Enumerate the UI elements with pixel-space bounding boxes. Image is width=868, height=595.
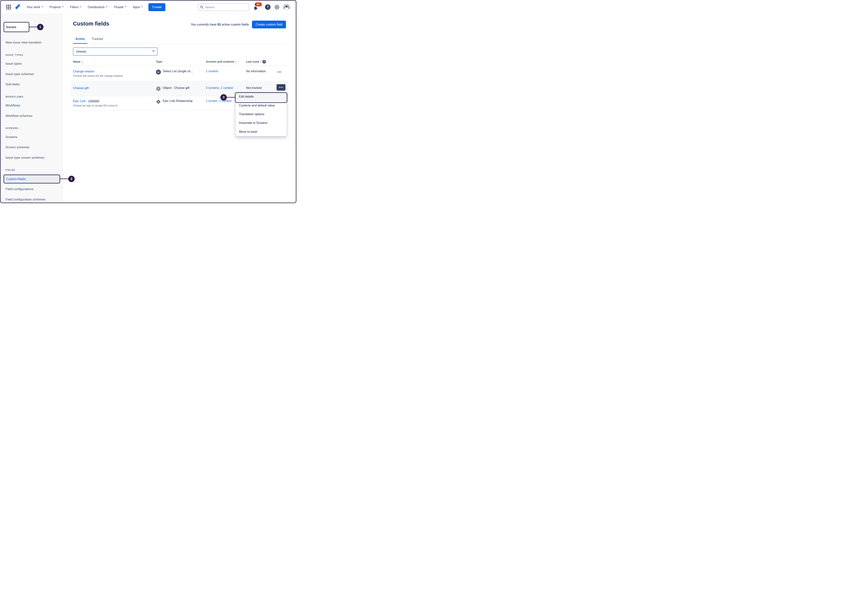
sidebar-heading-fields: FIELDS xyxy=(6,169,15,172)
screens-contexts-link[interactable]: 2 screens, 1 context xyxy=(206,86,233,90)
last-used-value: Not tracked xyxy=(246,86,261,90)
sort-icon xyxy=(260,61,261,63)
sidebar-item-issue-type-schemes[interactable]: Issue type schemes xyxy=(6,72,34,77)
sidebar-item-custom-fields-label: Custom fields xyxy=(6,177,25,181)
user-avatar[interactable] xyxy=(283,4,290,10)
field-filter-input[interactable] xyxy=(73,47,158,56)
nav-projects[interactable]: Projects xyxy=(50,5,64,9)
last-used-value: No information xyxy=(246,70,266,73)
field-description: Choose the reason for the change request xyxy=(73,74,123,77)
chevron-down-icon xyxy=(80,5,82,7)
screens-contexts-link[interactable]: 1 screen, 1 context xyxy=(206,99,231,103)
field-actions-context-menu: Edit details Contexts and default value … xyxy=(236,92,286,136)
chevron-down-icon xyxy=(125,5,127,7)
settings-button[interactable] xyxy=(274,4,280,10)
main-content: Custom fields You currently have 51 acti… xyxy=(63,14,296,203)
settings-sidebar: Issues New issue view transition ISSUE T… xyxy=(1,14,63,203)
last-used-help-icon[interactable]: ? xyxy=(262,60,266,64)
create-custom-field-button[interactable]: Create custom field xyxy=(252,21,286,28)
sidebar-item-screens[interactable]: Screens xyxy=(6,135,17,139)
chevron-down-icon xyxy=(62,5,64,7)
column-header-type: Type xyxy=(156,60,206,66)
chevron-down-icon xyxy=(41,5,43,7)
column-header-screens-contexts[interactable]: Screens and contexts xyxy=(206,60,246,66)
field-name-link[interactable]: Choose gift xyxy=(73,86,89,90)
active-fields-count: You currently have 51 active custom fiel… xyxy=(191,23,249,26)
sidebar-item-sub-tasks[interactable]: Sub-tasks xyxy=(6,82,20,87)
nav-your-work[interactable]: Your work xyxy=(27,5,43,9)
primary-nav: Your work Projects Filters Dashboards Pe… xyxy=(27,5,143,9)
field-type: Epic Link Relationship xyxy=(163,99,192,103)
app-switcher-icon[interactable] xyxy=(6,5,11,9)
nav-dashboards[interactable]: Dashboards xyxy=(88,5,107,9)
sidebar-item-issue-type-screen-schemes[interactable]: Issue type screen schemes xyxy=(6,155,44,160)
menu-item-move-to-trash[interactable]: Move to trash xyxy=(236,127,286,136)
field-name-link[interactable]: Change reason xyxy=(73,70,94,73)
tab-trashed[interactable]: Trashed xyxy=(89,37,105,44)
sidebar-item-custom-fields[interactable]: Custom fields xyxy=(4,175,60,184)
sidebar-item-issue-types[interactable]: Issue types xyxy=(6,61,22,66)
menu-item-contexts-default-value[interactable]: Contexts and default value xyxy=(236,101,286,110)
search-input[interactable] xyxy=(198,3,249,11)
field-name-link[interactable]: Epic Link xyxy=(73,99,86,103)
more-actions-icon[interactable] xyxy=(276,71,282,73)
field-type: Select List (single ch... xyxy=(163,70,193,73)
select-list-icon xyxy=(156,70,161,74)
notification-count-badge: 9+ xyxy=(255,3,262,6)
create-button[interactable]: Create xyxy=(148,3,165,11)
page-title: Custom fields xyxy=(73,21,109,27)
global-search xyxy=(198,3,249,11)
nav-apps[interactable]: Apps xyxy=(133,5,143,9)
jira-logo-icon[interactable] xyxy=(15,4,21,10)
tab-active[interactable]: Active xyxy=(73,37,87,44)
sort-icon xyxy=(235,61,237,63)
sidebar-item-screen-schemes[interactable]: Screen schemes xyxy=(6,145,30,150)
locked-badge: LOCKED xyxy=(87,99,100,103)
chevron-down-icon xyxy=(141,5,143,7)
nav-filters[interactable]: Filters xyxy=(70,5,81,9)
column-header-last-used[interactable]: Last used ? xyxy=(246,60,276,66)
tabs: Active Trashed xyxy=(73,37,286,44)
screens-contexts-link[interactable]: 1 context xyxy=(206,70,218,73)
sidebar-item-new-issue-view-transition[interactable]: New issue view transition xyxy=(6,40,41,45)
sidebar-item-workflow-schemes[interactable]: Workflow schemes xyxy=(6,114,32,118)
notifications-button[interactable]: 9+ xyxy=(253,3,261,12)
clear-search-icon[interactable]: ✕ xyxy=(152,49,155,53)
sidebar-heading-screens: SCREENS xyxy=(6,127,18,130)
top-navigation: Your work Projects Filters Dashboards Pe… xyxy=(1,1,296,14)
menu-item-translation-options[interactable]: Translation options xyxy=(236,110,286,118)
field-filter: ✕ xyxy=(73,47,158,56)
sidebar-title-label: Issues xyxy=(6,25,16,29)
field-description: Choose an epic to assign this issue to. xyxy=(73,104,118,107)
sidebar-title-issues[interactable]: Issues xyxy=(4,22,29,32)
chevron-down-icon xyxy=(106,5,108,7)
sidebar-item-field-configuration-schemes[interactable]: Field configuration schemes xyxy=(6,197,46,202)
object-icon xyxy=(156,86,161,91)
menu-item-associate-to-screens[interactable]: Associate to Screens xyxy=(236,118,286,127)
epic-link-icon xyxy=(156,99,161,104)
nav-people[interactable]: People xyxy=(114,5,126,9)
sidebar-item-field-configurations[interactable]: Field configurations xyxy=(6,186,33,192)
help-button[interactable]: ? xyxy=(265,4,270,10)
column-header-name[interactable]: Name xyxy=(73,60,156,66)
menu-item-edit-details[interactable]: Edit details xyxy=(236,92,286,101)
table-row: Change reason Choose the reason for the … xyxy=(73,66,286,81)
search-icon xyxy=(200,5,204,9)
sidebar-item-workflows[interactable]: Workflows xyxy=(6,103,20,108)
bell-icon xyxy=(253,6,258,11)
sidebar-heading-issue-types: ISSUE TYPES xyxy=(6,53,23,56)
sidebar-heading-workflows: WORKFLOWS xyxy=(6,95,24,98)
app-window: Your work Projects Filters Dashboards Pe… xyxy=(0,0,297,203)
field-type: Object - Choose gift xyxy=(163,86,189,90)
more-actions-button-active[interactable] xyxy=(276,84,285,90)
page-header-actions: You currently have 51 active custom fiel… xyxy=(191,21,286,28)
table-header-row: Name Type Screens and contexts Last used… xyxy=(73,60,286,66)
sort-icon xyxy=(81,61,83,63)
topnav-right-cluster: 9+ ? xyxy=(198,3,296,12)
gear-icon xyxy=(274,4,280,10)
